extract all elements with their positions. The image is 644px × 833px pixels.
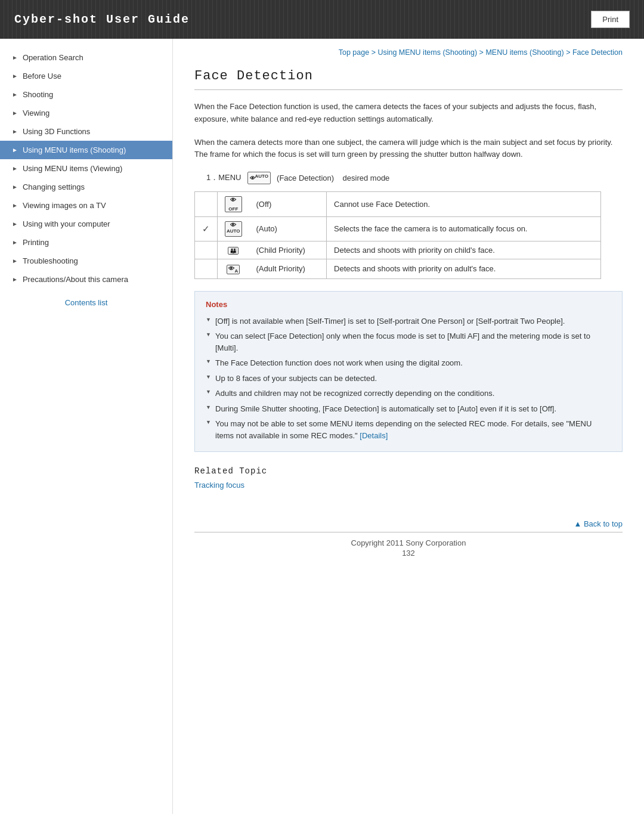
check-cell-1: ✓ [195, 216, 218, 241]
sidebar-item-6[interactable]: ►Using MENU items (Viewing) [0, 159, 172, 178]
sidebar-arrow-4: ► [12, 128, 18, 135]
check-cell-2 [195, 241, 218, 259]
print-button[interactable]: Print [591, 11, 630, 28]
sidebar-item-8[interactable]: ►Viewing images on a TV [0, 196, 172, 215]
content-area: Top page > Using MENU items (Shooting) >… [173, 39, 644, 814]
sidebar-item-2[interactable]: ►Shooting [0, 85, 172, 104]
secondary-text: When the camera detects more than one su… [194, 137, 623, 162]
note-item-0: [Off] is not available when [Self-Timer]… [206, 314, 611, 329]
footer-line: Copyright 2011 Sony Corporation 132 [194, 532, 623, 558]
sidebar-label-4: Using 3D Functions [23, 127, 90, 136]
app-title: Cyber-shot User Guide [14, 13, 190, 26]
footer-copyright: Copyright 2011 Sony Corporation [194, 538, 623, 547]
sidebar-item-11[interactable]: ►Troubleshooting [0, 252, 172, 270]
mode-cell-0: (Off) [249, 191, 327, 216]
breadcrumb-face-detection[interactable]: Face Detection [572, 48, 623, 57]
sidebar-item-10[interactable]: ►Printing [0, 233, 172, 252]
note-item-2: The Face Detection function does not wor… [206, 355, 611, 371]
icon-cell-1: 👁AUTO [218, 216, 249, 241]
details-link[interactable]: [Details] [360, 431, 388, 440]
sidebar-label-7: Changing settings [23, 182, 85, 191]
sidebar-label-8: Viewing images on a TV [23, 201, 106, 210]
page-title: Face Detection [194, 69, 623, 90]
sidebar-arrow-8: ► [12, 202, 18, 209]
breadcrumb: Top page > Using MENU items (Shooting) >… [194, 48, 623, 57]
check-cell-3 [195, 259, 218, 278]
sidebar-arrow-10: ► [12, 239, 18, 246]
table-row: 👪(Child Priority)Detects and shoots with… [195, 241, 601, 259]
mode-cell-3: (Adult Priority) [249, 259, 327, 278]
related-topic-title: Related Topic [194, 466, 623, 476]
detection-table: 👁OFF(Off)Cannot use Face Detection.✓👁AUT… [194, 191, 601, 279]
mode-cell-2: (Child Priority) [249, 241, 327, 259]
sidebar-label-3: Viewing [23, 109, 49, 117]
breadcrumb-using-menu-shooting[interactable]: Using MENU items (Shooting) [377, 48, 477, 57]
sidebar-label-6: Using MENU items (Viewing) [23, 164, 122, 173]
back-to-top-link[interactable]: ▲ Back to top [574, 519, 623, 528]
sidebar-arrow-3: ► [12, 110, 18, 116]
breadcrumb-menu-items-shooting[interactable]: MENU items (Shooting) [485, 48, 564, 57]
back-to-top[interactable]: ▲ Back to top [194, 519, 623, 528]
sidebar-label-10: Printing [23, 238, 49, 247]
sidebar-arrow-2: ► [12, 91, 18, 98]
menu-description: (Face Detection) desired mode [277, 174, 389, 182]
sidebar-item-4[interactable]: ►Using 3D Functions [0, 122, 172, 141]
face-detection-menu-icon: 👁AUTO [247, 172, 271, 184]
notes-box: Notes [Off] is not available when [Self-… [194, 291, 623, 453]
sidebar-arrow-1: ► [12, 73, 18, 79]
desc-cell-0: Cannot use Face Detection. [327, 191, 601, 216]
desc-cell-2: Detects and shoots with priority on chil… [327, 241, 601, 259]
note-item-6: You may not be able to set some MENU ite… [206, 416, 611, 443]
sidebar-label-11: Troubleshooting [23, 256, 78, 265]
sidebar-label-9: Using with your computer [23, 219, 110, 228]
sidebar-arrow-7: ► [12, 184, 18, 190]
desc-cell-1: Selects the face the camera is to automa… [327, 216, 601, 241]
notes-list: [Off] is not available when [Self-Timer]… [206, 314, 611, 444]
sidebar-label-5: Using MENU items (Shooting) [23, 145, 126, 154]
checkmark-icon: ✓ [202, 224, 210, 234]
sidebar-label-2: Shooting [23, 90, 53, 99]
table-row: ✓👁AUTO(Auto)Selects the face the camera … [195, 216, 601, 241]
intro-text: When the Face Detection function is used… [194, 101, 623, 126]
notes-title: Notes [206, 300, 611, 309]
sidebar-arrow-6: ► [12, 165, 18, 172]
sidebar-item-0[interactable]: ►Operation Search [0, 48, 172, 67]
table-row: 👁OFF(Off)Cannot use Face Detection. [195, 191, 601, 216]
sidebar-item-1[interactable]: ►Before Use [0, 67, 172, 85]
contents-list-link[interactable]: Contents list [0, 298, 172, 307]
sidebar-arrow-11: ► [12, 258, 18, 264]
sidebar: ►Operation Search►Before Use►Shooting►Vi… [0, 39, 173, 814]
sidebar-item-7[interactable]: ►Changing settings [0, 178, 172, 196]
sidebar-arrow-0: ► [12, 54, 18, 61]
check-cell-0 [195, 191, 218, 216]
note-item-5: During Smile Shutter shooting, [Face Det… [206, 401, 611, 417]
table-row: 👁A(Adult Priority)Detects and shoots wit… [195, 259, 601, 278]
sidebar-item-3[interactable]: ►Viewing [0, 104, 172, 122]
sidebar-label-1: Before Use [23, 72, 61, 80]
sidebar-item-12[interactable]: ►Precautions/About this camera [0, 270, 172, 289]
icon-cell-0: 👁OFF [218, 191, 249, 216]
icon-cell-3: 👁A [218, 259, 249, 278]
breadcrumb-top[interactable]: Top page [339, 48, 369, 57]
sidebar-item-5[interactable]: ►Using MENU items (Shooting) [0, 141, 172, 159]
sidebar-arrow-12: ► [12, 276, 18, 283]
main-layout: ►Operation Search►Before Use►Shooting►Vi… [0, 39, 644, 814]
footer-page-number: 132 [194, 549, 623, 558]
sidebar-label-12: Precautions/About this camera [23, 275, 128, 284]
sidebar-arrow-5: ► [12, 147, 18, 153]
related-topic: Related Topic Tracking focus [194, 466, 623, 490]
menu-instruction: 1．MENU 👁AUTO (Face Detection) desired mo… [206, 172, 623, 184]
desc-cell-3: Detects and shoots with priority on adul… [327, 259, 601, 278]
footer-area: ▲ Back to top Copyright 2011 Sony Corpor… [194, 513, 623, 558]
note-item-4: Adults and children may not be recognize… [206, 386, 611, 401]
menu-step-label: 1．MENU [206, 172, 242, 183]
sidebar-item-9[interactable]: ►Using with your computer [0, 215, 172, 233]
header: Cyber-shot User Guide Print [0, 0, 644, 39]
icon-cell-2: 👪 [218, 241, 249, 259]
sidebar-arrow-9: ► [12, 221, 18, 227]
sidebar-label-0: Operation Search [23, 53, 83, 62]
note-item-1: You can select [Face Detection] only whe… [206, 329, 611, 355]
mode-cell-1: (Auto) [249, 216, 327, 241]
note-item-3: Up to 8 faces of your subjects can be de… [206, 371, 611, 386]
tracking-focus-link[interactable]: Tracking focus [194, 481, 244, 490]
